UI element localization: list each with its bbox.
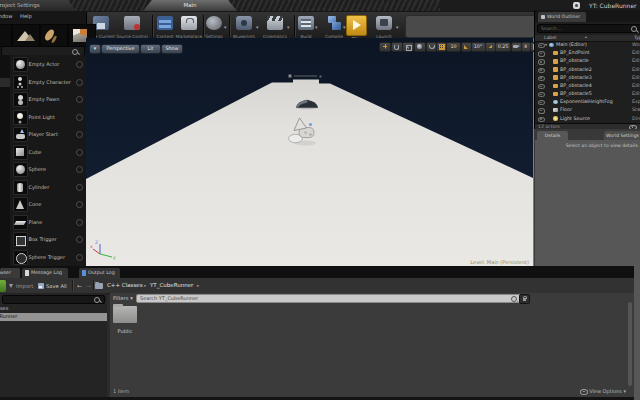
asset-search-input[interactable]: Search YT_CubeRunner bbox=[136, 294, 521, 304]
outliner-row[interactable]: ▾Main (Editor)World bbox=[535, 41, 640, 49]
place-item-point-light[interactable]: Point Light bbox=[10, 108, 86, 126]
lit-button[interactable]: Lit bbox=[140, 44, 161, 55]
tab-project-settings[interactable]: Project Settings bbox=[0, 0, 76, 11]
outliner-search-input[interactable]: Search... bbox=[537, 24, 640, 33]
visibility-eye-icon[interactable] bbox=[538, 84, 545, 89]
menu-window[interactable]: Window bbox=[0, 13, 12, 19]
expander-icon[interactable]: ▾ bbox=[545, 42, 547, 47]
world-outliner-tab[interactable]: World Outliner bbox=[538, 12, 586, 22]
visibility-eye-icon[interactable] bbox=[538, 59, 545, 64]
outliner-row-type: Edit BP_obstacle bbox=[632, 58, 640, 63]
scrollbar[interactable] bbox=[628, 302, 632, 386]
mode-place-tab[interactable] bbox=[0, 24, 12, 47]
launch-icon bbox=[376, 16, 392, 30]
rotation-snap-value[interactable]: 10° bbox=[471, 42, 486, 52]
content-browser-tab-strip: Content Browser Message Log Output Log bbox=[0, 266, 634, 278]
breadcrumb-separator: ▸ bbox=[144, 283, 146, 288]
rotate-tool-button[interactable] bbox=[391, 42, 403, 52]
search-icon bbox=[94, 297, 100, 303]
tree-item-cpp-classes[interactable]: C++ Classes bbox=[0, 305, 107, 313]
place-item-empty-character[interactable]: Empty Character bbox=[10, 73, 86, 91]
visibility-eye-icon[interactable] bbox=[538, 51, 545, 56]
blueprint-icon bbox=[553, 67, 558, 72]
plane-icon bbox=[13, 215, 28, 230]
place-item-plane[interactable]: Plane bbox=[10, 213, 86, 231]
place-item-sphere[interactable]: Sphere bbox=[10, 160, 86, 178]
floor-icon bbox=[553, 108, 558, 113]
place-item-cube[interactable]: Cube bbox=[10, 143, 86, 161]
perspective-button[interactable]: Perspective bbox=[101, 44, 140, 55]
tab-project-settings-label: Project Settings bbox=[0, 2, 40, 8]
search-icon bbox=[72, 49, 78, 55]
add-new-button[interactable] bbox=[0, 280, 6, 292]
player-start-icon bbox=[13, 127, 28, 142]
search-icon bbox=[511, 296, 517, 302]
outliner-row[interactable]: BP_obstacle4Edit BP_obstacle bbox=[535, 82, 640, 90]
world-coordinate-button[interactable] bbox=[414, 42, 426, 52]
import-button[interactable]: Import bbox=[16, 283, 33, 289]
view-options-button[interactable]: View Options ▾ bbox=[589, 388, 626, 394]
visibility-eye-icon[interactable] bbox=[538, 43, 545, 48]
visibility-eye-icon[interactable] bbox=[538, 76, 545, 81]
world-settings-tab[interactable]: World Settings bbox=[604, 131, 640, 141]
details-tab[interactable]: Details bbox=[537, 131, 568, 141]
breadcrumb-yt-cuberunner[interactable]: YT_CubeRunner bbox=[150, 282, 193, 288]
folder-public[interactable] bbox=[113, 306, 137, 323]
content-icon bbox=[157, 16, 173, 30]
launch-caret[interactable]: ▾ bbox=[396, 24, 399, 30]
level-viewport[interactable]: Z x y Level: Main (Persistent) ▾ Perspec… bbox=[86, 38, 534, 268]
outliner-row[interactable]: BP_obstacleEdit BP_obstacle bbox=[535, 57, 640, 65]
breadcrumb-separator: ▸ bbox=[197, 283, 199, 288]
tree-item-yt-cuberunner[interactable]: YT_CubeRunner bbox=[0, 313, 107, 321]
outliner-row[interactable]: BP_obstacle2Edit BP_obstacle bbox=[535, 65, 640, 73]
visibility-eye-icon[interactable] bbox=[538, 108, 545, 113]
outliner-row-type: ExponentialHeightFog bbox=[632, 99, 640, 104]
path-search-input[interactable] bbox=[2, 295, 105, 304]
forward-button[interactable]: → bbox=[86, 282, 91, 289]
surface-snap-button[interactable] bbox=[426, 42, 437, 52]
source-control-icon bbox=[124, 16, 140, 30]
mode-landscape-tab[interactable] bbox=[12, 24, 40, 47]
place-item-box-trigger[interactable]: Box Trigger bbox=[10, 230, 86, 248]
outliner-row[interactable]: ExponentialHeightFogExponentialHeightFog bbox=[535, 98, 640, 106]
place-item-cylinder[interactable]: Cylinder bbox=[10, 178, 86, 196]
filters-button[interactable]: Filters ▾ bbox=[113, 295, 133, 301]
outliner-row[interactable]: Light SourceDirectionalLight bbox=[535, 114, 640, 122]
outliner-row[interactable]: BP_EndPointEdit BP_EndPoint bbox=[535, 49, 640, 57]
camera-speed-button[interactable] bbox=[511, 42, 522, 52]
save-all-button[interactable]: Save All bbox=[46, 283, 67, 289]
lock-button[interactable] bbox=[519, 294, 530, 305]
visibility-eye-icon[interactable] bbox=[538, 92, 545, 97]
modes-category-strip[interactable] bbox=[0, 55, 10, 266]
back-button[interactable]: ← bbox=[77, 282, 82, 289]
scale-tool-button[interactable] bbox=[402, 42, 414, 52]
empty-pawn-icon bbox=[13, 92, 28, 107]
place-item-sphere-trigger[interactable]: Sphere Trigger bbox=[10, 248, 86, 266]
rotation-snap-button[interactable] bbox=[461, 42, 472, 52]
visibility-eye-icon[interactable] bbox=[538, 68, 545, 73]
mode-foliage-tab[interactable] bbox=[40, 24, 68, 47]
content-browser-tab[interactable]: Content Browser bbox=[0, 268, 20, 279]
outliner-row[interactable]: BP_obstacle3Edit BP_obstacle bbox=[535, 74, 640, 82]
scale-snap-value[interactable]: 0.25 bbox=[495, 42, 511, 52]
move-tool-button[interactable] bbox=[379, 42, 391, 52]
info-icon bbox=[76, 166, 83, 173]
viewport-options-dropdown[interactable]: ▾ bbox=[89, 44, 101, 55]
show-button[interactable]: Show bbox=[161, 44, 183, 55]
cone-icon bbox=[13, 197, 28, 212]
tab-main-level[interactable]: Main bbox=[143, 0, 237, 11]
menu-help[interactable]: Help bbox=[20, 13, 32, 19]
place-item-player-start[interactable]: Player Start bbox=[10, 125, 86, 143]
grid-snap-value[interactable]: 10 bbox=[446, 42, 461, 52]
visibility-eye-icon[interactable] bbox=[538, 117, 545, 122]
output-log-tab[interactable]: Output Log bbox=[79, 268, 120, 279]
place-item-empty-pawn[interactable]: Empty Pawn bbox=[10, 90, 86, 108]
blueprints-icon bbox=[236, 16, 252, 30]
breadcrumb-cpp-classes[interactable]: C++ Classes bbox=[107, 282, 143, 288]
place-item-cone[interactable]: Cone bbox=[10, 195, 86, 213]
outliner-row[interactable]: FloorStaticMeshActor bbox=[535, 106, 640, 114]
message-log-tab[interactable]: Message Log bbox=[22, 268, 68, 279]
outliner-row[interactable]: BP_obstacle5Edit BP_obstacle bbox=[535, 90, 640, 98]
place-item-empty-actor[interactable]: Empty Actor bbox=[10, 55, 86, 73]
visibility-eye-icon[interactable] bbox=[538, 100, 545, 105]
